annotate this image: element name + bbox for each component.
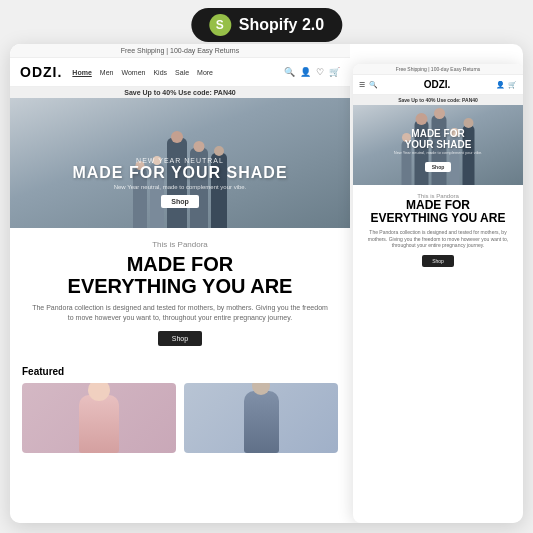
account-icon[interactable]: 👤 <box>300 67 311 77</box>
main-container: Free Shipping | 100-day Easy Returns ODZ… <box>10 44 523 523</box>
desktop-logo: ODZI. <box>20 64 62 80</box>
nav-link-kids[interactable]: Kids <box>153 69 167 76</box>
mobile-hero-shop-button[interactable]: Shop <box>425 162 452 172</box>
shopify-badge: S Shopify 2.0 <box>191 8 342 42</box>
desktop-nav-links: Home Men Women Kids Sale More <box>72 69 274 76</box>
pandora-section: This is Pandora MADE FOR EVERYTHING YOU … <box>10 228 350 358</box>
desktop-top-bar: Free Shipping | 100-day Easy Returns <box>10 44 350 58</box>
cart-icon[interactable]: 🛒 <box>329 67 340 77</box>
featured-card-2[interactable] <box>184 383 338 453</box>
mobile-nav-icons: 👤 🛒 <box>496 81 517 89</box>
featured-grid <box>22 383 338 453</box>
hero-text-overlay: NEW YEAR NEUTRAL MADE FOR YOUR SHADE New… <box>10 157 350 208</box>
mobile-account-icon[interactable]: 👤 <box>496 81 505 89</box>
nav-link-sale[interactable]: Sale <box>175 69 189 76</box>
search-icon[interactable]: 🔍 <box>284 67 295 77</box>
nav-link-women[interactable]: Women <box>121 69 145 76</box>
mobile-hero-title-1: MADE FOR <box>353 128 523 139</box>
nav-link-more[interactable]: More <box>197 69 213 76</box>
mobile-pandora-shop-button[interactable]: Shop <box>422 255 454 267</box>
pandora-desc: The Pandora collection is designed and t… <box>30 303 330 323</box>
wishlist-icon[interactable]: ♡ <box>316 67 324 77</box>
mobile-hero: MADE FOR YOUR SHADE New Year neutral, ma… <box>353 105 523 185</box>
pandora-shop-button[interactable]: Shop <box>158 331 202 346</box>
card-figure-2 <box>244 391 279 453</box>
shopify-logo-icon: S <box>209 14 231 36</box>
mobile-top-bar: Free Shipping | 100-day Easy Returns <box>353 64 523 75</box>
desktop-mockup: Free Shipping | 100-day Easy Returns ODZ… <box>10 44 350 523</box>
mobile-nav: ☰ 🔍 ODZI. 👤 🛒 <box>353 75 523 95</box>
featured-card-1-art <box>22 383 176 453</box>
mobile-logo: ODZI. <box>382 79 492 90</box>
mobile-pandora-section: This is Pandora MADE FOR EVERYTHING YOU … <box>353 185 523 275</box>
shopify-badge-label: Shopify 2.0 <box>239 16 324 34</box>
mobile-pandora-title: MADE FOR EVERYTHING YOU ARE <box>363 199 513 225</box>
mobile-search-icon[interactable]: 🔍 <box>369 81 378 89</box>
hero-desc: New Year neutral, made to complement you… <box>10 184 350 190</box>
hero-title: MADE FOR YOUR SHADE <box>10 164 350 182</box>
mobile-cart-icon[interactable]: 🛒 <box>508 81 517 89</box>
mobile-hero-title-2: YOUR SHADE <box>353 139 523 150</box>
mobile-hero-desc: New Year neutral, made to complement you… <box>353 150 523 155</box>
featured-title: Featured <box>22 366 338 377</box>
mobile-promo-bar: Save Up to 40% Use code: PAN40 <box>353 95 523 105</box>
featured-card-1[interactable] <box>22 383 176 453</box>
pandora-label: This is Pandora <box>30 240 330 249</box>
mobile-pandora-desc: The Pandora collection is designed and t… <box>363 229 513 249</box>
mobile-mockup: Free Shipping | 100-day Easy Returns ☰ 🔍… <box>353 64 523 523</box>
featured-card-2-art <box>184 383 338 453</box>
nav-link-men[interactable]: Men <box>100 69 114 76</box>
hero-subtitle: NEW YEAR NEUTRAL <box>10 157 350 164</box>
hero-shop-button[interactable]: Shop <box>161 195 199 208</box>
desktop-nav: ODZI. Home Men Women Kids Sale More 🔍 👤 … <box>10 58 350 87</box>
desktop-promo-bar: Save Up to 40% Use code: PAN40 <box>10 87 350 98</box>
card-figure-1 <box>79 395 119 453</box>
featured-section: Featured <box>10 358 350 461</box>
mobile-menu-icon[interactable]: ☰ <box>359 81 365 89</box>
desktop-hero: NEW YEAR NEUTRAL MADE FOR YOUR SHADE New… <box>10 98 350 228</box>
mobile-hero-text: MADE FOR YOUR SHADE New Year neutral, ma… <box>353 128 523 173</box>
nav-link-home[interactable]: Home <box>72 69 91 76</box>
desktop-nav-icons: 🔍 👤 ♡ 🛒 <box>284 67 340 77</box>
pandora-title: MADE FOR EVERYTHING YOU ARE <box>30 253 330 297</box>
